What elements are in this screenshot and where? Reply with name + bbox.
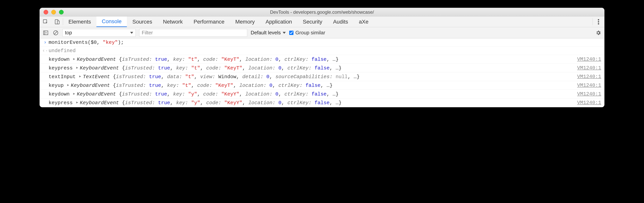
console-log-row[interactable]: keypress ▸KeyboardEvent {isTrusted: true…: [40, 64, 604, 72]
panel-tabs: ElementsConsoleSourcesNetworkPerformance…: [63, 17, 374, 27]
source-link[interactable]: VM1240:1: [577, 56, 601, 62]
log-levels-selector[interactable]: Default levels: [251, 30, 286, 36]
event-name: keypress: [48, 100, 76, 106]
filter-input[interactable]: [139, 29, 247, 37]
event-type: TextEvent: [83, 74, 113, 80]
log-content: keypress ▸KeyboardEvent {isTrusted: true…: [48, 100, 577, 106]
console-settings-button[interactable]: [595, 30, 602, 36]
panel-tabs-bar: ElementsConsoleSourcesNetworkPerformance…: [40, 17, 604, 27]
expand-object-icon[interactable]: ▸: [79, 74, 82, 79]
window-controls: [40, 10, 64, 15]
svg-point-3: [598, 19, 599, 21]
group-similar-input[interactable]: [289, 31, 294, 35]
source-link[interactable]: VM1240:1: [577, 91, 601, 97]
log-gutter: [42, 65, 48, 71]
console-log-row[interactable]: keydown ▸KeyboardEvent {isTrusted: true,…: [40, 90, 604, 98]
tab-console[interactable]: Console: [96, 17, 127, 27]
tab-network[interactable]: Network: [158, 17, 188, 27]
event-type: KeyboardEvent: [80, 65, 122, 71]
expand-object-icon[interactable]: ▸: [73, 91, 76, 97]
log-content: keypress ▸KeyboardEvent {isTrusted: true…: [48, 65, 577, 71]
console-log-row[interactable]: textInput ▸TextEvent {isTrusted: true, d…: [40, 72, 604, 81]
show-console-sidebar-button[interactable]: [42, 30, 49, 36]
log-gutter: [42, 74, 48, 80]
expand-object-icon[interactable]: ▸: [76, 65, 79, 71]
log-levels-label: Default levels: [251, 30, 281, 36]
more-options-button[interactable]: [593, 17, 604, 27]
console-log-row[interactable]: keyup ▸KeyboardEvent {isTrusted: true, k…: [40, 81, 604, 90]
minimize-window-button[interactable]: [51, 10, 56, 15]
device-toolbar-button[interactable]: [51, 17, 63, 27]
tab-memory[interactable]: Memory: [230, 17, 260, 27]
event-name: keydown: [48, 57, 73, 62]
event-type: KeyboardEvent: [71, 83, 113, 88]
chevron-down-icon: [283, 32, 286, 34]
console-input-row[interactable]: › monitorEvents($0, "key");: [40, 38, 604, 47]
window-title: DevTools - developers.google.com/web/sho…: [40, 10, 604, 15]
log-content: textInput ▸TextEvent {isTrusted: true, d…: [48, 74, 577, 80]
group-similar-checkbox[interactable]: Group similar: [289, 30, 325, 36]
svg-point-4: [598, 21, 599, 22]
log-gutter: [42, 91, 48, 97]
devtools-window: DevTools - developers.google.com/web/sho…: [40, 8, 604, 107]
source-link[interactable]: VM1240:1: [577, 82, 601, 88]
console-log-row[interactable]: keydown ▸KeyboardEvent {isTrusted: true,…: [40, 55, 604, 64]
source-link[interactable]: VM1240:1: [577, 100, 601, 106]
expand-object-icon[interactable]: ▸: [67, 82, 70, 88]
execution-context-label: top: [65, 30, 72, 36]
return-arrow-icon: ‹·: [42, 48, 48, 54]
log-gutter: [42, 56, 48, 62]
event-type: KeyboardEvent: [80, 100, 122, 106]
log-content: keydown ▸KeyboardEvent {isTrusted: true,…: [48, 56, 577, 62]
log-gutter: [42, 82, 48, 88]
svg-rect-2: [57, 21, 59, 24]
tab-elements[interactable]: Elements: [63, 17, 96, 27]
console-command-text: monitorEvents($0, "key");: [48, 40, 601, 45]
execution-context-selector[interactable]: top: [62, 29, 136, 37]
event-name: textInput: [48, 74, 79, 80]
event-name: keyup: [48, 83, 67, 88]
event-name: keydown: [48, 91, 73, 97]
expand-object-icon[interactable]: ▸: [76, 100, 79, 105]
event-type: KeyboardEvent: [77, 91, 119, 97]
tab-performance[interactable]: Performance: [188, 17, 230, 27]
event-name: keypress: [48, 65, 76, 71]
log-gutter: [42, 100, 48, 106]
tab-security[interactable]: Security: [297, 17, 328, 27]
clear-console-button[interactable]: [52, 30, 59, 36]
titlebar: DevTools - developers.google.com/web/sho…: [40, 8, 604, 17]
group-similar-label: Group similar: [296, 30, 325, 36]
tab-application[interactable]: Application: [260, 17, 297, 27]
source-link[interactable]: VM1240:1: [577, 74, 601, 80]
chevron-down-icon: [130, 32, 133, 34]
tab-axe[interactable]: aXe: [354, 17, 374, 27]
close-window-button[interactable]: [44, 10, 48, 15]
svg-point-5: [598, 23, 599, 25]
log-content: keydown ▸KeyboardEvent {isTrusted: true,…: [48, 91, 577, 97]
log-content: keyup ▸KeyboardEvent {isTrusted: true, k…: [48, 82, 577, 88]
source-link[interactable]: VM1240:1: [577, 65, 601, 71]
event-type: KeyboardEvent: [77, 57, 119, 62]
console-return-value: undefined: [48, 48, 601, 54]
chevron-right-icon: ›: [42, 40, 48, 45]
console-output: › monitorEvents($0, "key"); ‹· undefined…: [40, 38, 604, 107]
expand-object-icon[interactable]: ▸: [73, 56, 76, 62]
console-toolbar: top Default levels Group similar: [40, 27, 604, 38]
inspect-element-button[interactable]: [40, 17, 51, 27]
console-log-row[interactable]: keypress ▸KeyboardEvent {isTrusted: true…: [40, 98, 604, 107]
zoom-window-button[interactable]: [59, 10, 64, 15]
tab-sources[interactable]: Sources: [127, 17, 158, 27]
tab-audits[interactable]: Audits: [328, 17, 354, 27]
console-return-row: ‹· undefined: [40, 47, 604, 55]
